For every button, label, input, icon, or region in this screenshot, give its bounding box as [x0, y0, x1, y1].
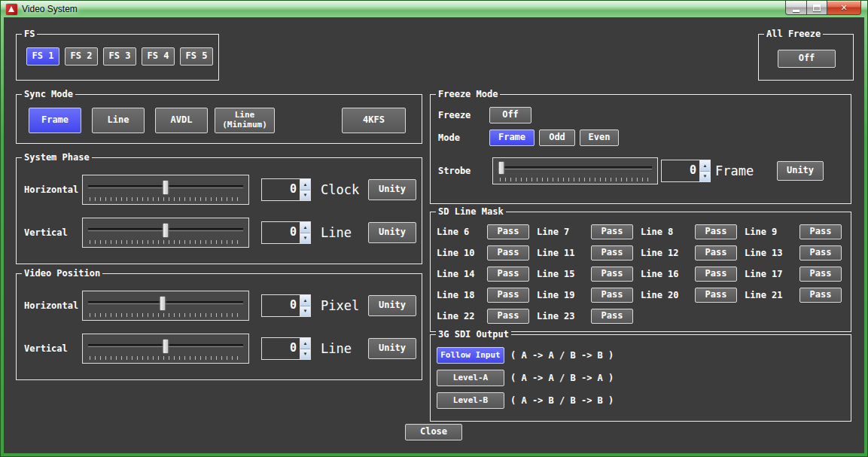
slider-thumb[interactable]: [163, 339, 169, 354]
level-a-button[interactable]: Level-A: [437, 370, 504, 386]
video-position-vertical-slider[interactable]: [82, 334, 249, 364]
spin-up-icon[interactable]: [700, 160, 710, 171]
video-position-vertical-spinbox[interactable]: 0: [261, 337, 311, 360]
spin-down-icon[interactable]: [300, 349, 310, 360]
system-phase-horizontal-unity-button[interactable]: Unity: [368, 179, 416, 200]
line-12-pass-button[interactable]: Pass: [695, 245, 737, 260]
app-icon[interactable]: [6, 4, 17, 15]
line-9-pass-button[interactable]: Pass: [799, 224, 842, 239]
level-b-button[interactable]: Level-B: [437, 392, 504, 409]
spin-value[interactable]: 0: [262, 179, 300, 200]
close-window-button[interactable]: ✕: [827, 1, 861, 15]
spin-value[interactable]: 0: [262, 338, 300, 359]
main-panel: FS FS 1 FS 2 FS 3 FS 4 FS 5 All Freeze O…: [4, 17, 864, 453]
fs1-button[interactable]: FS 1: [26, 47, 59, 66]
all-freeze-off-button[interactable]: Off: [778, 50, 836, 68]
sync-mode-legend: Sync Mode: [22, 90, 75, 99]
system-phase-horizontal-slider[interactable]: [82, 175, 249, 205]
minimize-button[interactable]: [785, 1, 807, 15]
fs4-button[interactable]: FS 4: [142, 47, 175, 66]
line-10-pass-button[interactable]: Pass: [487, 245, 529, 260]
system-phase-horizontal-spinbox[interactable]: 0: [261, 178, 311, 201]
video-position-vertical-unity-button[interactable]: Unity: [368, 338, 416, 359]
video-position-horizontal-slider[interactable]: [82, 291, 249, 321]
minimize-icon: [793, 10, 799, 12]
line-10-label: Line 10: [437, 245, 475, 260]
sync-line-button[interactable]: Line: [92, 108, 145, 133]
strobe-slider[interactable]: [492, 157, 658, 184]
fs-legend: FS: [22, 29, 37, 39]
system-phase-vertical-spinbox[interactable]: 0: [261, 221, 311, 244]
system-phase-vertical-unity-button[interactable]: Unity: [368, 222, 416, 243]
line-22-pass-button[interactable]: Pass: [487, 309, 529, 324]
line-23-pass-button[interactable]: Pass: [591, 309, 633, 324]
line-21-pass-button[interactable]: Pass: [799, 288, 842, 303]
video-system-window: Video System ✕ FS FS 1 FS 2 FS 3 FS 4 FS…: [0, 0, 868, 457]
line-12-label: Line 12: [641, 245, 679, 260]
sync-frame-button[interactable]: Frame: [29, 108, 81, 133]
titlebar[interactable]: Video System ✕: [1, 1, 867, 17]
strobe-spinbox[interactable]: 0: [661, 160, 711, 182]
line-17-label: Line 17: [745, 267, 783, 282]
slider-thumb[interactable]: [163, 223, 169, 238]
line-20-pass-button[interactable]: Pass: [695, 288, 737, 303]
slider-ticks: [90, 197, 242, 201]
spin-down-icon[interactable]: [300, 306, 310, 317]
spin-up-icon[interactable]: [300, 295, 310, 306]
line-6-label: Line 6: [437, 224, 469, 239]
fs5-button[interactable]: FS 5: [180, 47, 213, 66]
slider-thumb[interactable]: [498, 161, 504, 175]
line-15-pass-button[interactable]: Pass: [591, 267, 633, 282]
line-17-pass-button[interactable]: Pass: [799, 267, 842, 282]
system-phase-legend: System Phase: [22, 153, 92, 163]
slider-ticks: [90, 356, 242, 360]
freeze-mode-even-button[interactable]: Even: [580, 129, 619, 146]
slider-thumb[interactable]: [159, 296, 166, 311]
video-position-group: Video Position Horizontal 0 Pixel Unity: [16, 273, 422, 380]
close-button[interactable]: Close: [405, 424, 462, 440]
spin-up-icon[interactable]: [300, 179, 310, 190]
follow-input-desc: ( A -> A / B -> B ): [510, 347, 614, 364]
spin-buttons: [300, 222, 310, 243]
spin-down-icon[interactable]: [300, 233, 310, 244]
freeze-mode-odd-button[interactable]: Odd: [539, 129, 575, 146]
spin-down-icon[interactable]: [700, 171, 710, 182]
line-18-pass-button[interactable]: Pass: [487, 288, 529, 303]
spin-buttons: [699, 160, 710, 181]
freeze-off-button[interactable]: Off: [489, 107, 531, 123]
spin-value[interactable]: 0: [662, 160, 699, 181]
spin-value[interactable]: 0: [262, 295, 300, 316]
line-13-pass-button[interactable]: Pass: [799, 245, 842, 260]
line-14-pass-button[interactable]: Pass: [487, 267, 529, 282]
video-position-horizontal-spinbox[interactable]: 0: [261, 294, 311, 317]
freeze-mode-frame-button[interactable]: Frame: [489, 129, 535, 146]
horizontal-label: Horizontal: [24, 291, 78, 321]
clock-unit-label: Clock: [321, 175, 359, 205]
line-11-pass-button[interactable]: Pass: [591, 245, 633, 260]
sync-4kfs-button[interactable]: 4KFS: [342, 108, 406, 133]
fs-group: FS FS 1 FS 2 FS 3 FS 4 FS 5: [16, 34, 219, 81]
line-6-pass-button[interactable]: Pass: [487, 224, 529, 239]
fs3-button[interactable]: FS 3: [103, 47, 136, 66]
line-7-pass-button[interactable]: Pass: [591, 224, 633, 239]
video-position-horizontal-unity-button[interactable]: Unity: [368, 295, 416, 316]
line-19-pass-button[interactable]: Pass: [591, 288, 633, 303]
spin-up-icon[interactable]: [300, 338, 310, 349]
slider-thumb[interactable]: [163, 180, 169, 195]
fs2-button[interactable]: FS 2: [65, 47, 98, 66]
sync-line-minimum-label-2: (Minimum): [222, 120, 267, 130]
spin-value[interactable]: 0: [262, 222, 300, 243]
strobe-unity-button[interactable]: Unity: [777, 161, 824, 181]
sync-line-minimum-button[interactable]: Line (Minimum): [215, 108, 275, 133]
spin-down-icon[interactable]: [300, 190, 310, 201]
line-16-label: Line 16: [641, 267, 679, 282]
line-9-label: Line 9: [745, 224, 777, 239]
system-phase-vertical-slider[interactable]: [82, 218, 249, 248]
maximize-button[interactable]: [807, 1, 827, 15]
line-8-pass-button[interactable]: Pass: [695, 224, 737, 239]
window-controls: ✕: [785, 1, 861, 15]
line-16-pass-button[interactable]: Pass: [695, 267, 737, 282]
sync-avdl-button[interactable]: AVDL: [155, 108, 208, 133]
spin-up-icon[interactable]: [300, 222, 310, 233]
follow-input-button[interactable]: Follow Input: [437, 347, 504, 364]
